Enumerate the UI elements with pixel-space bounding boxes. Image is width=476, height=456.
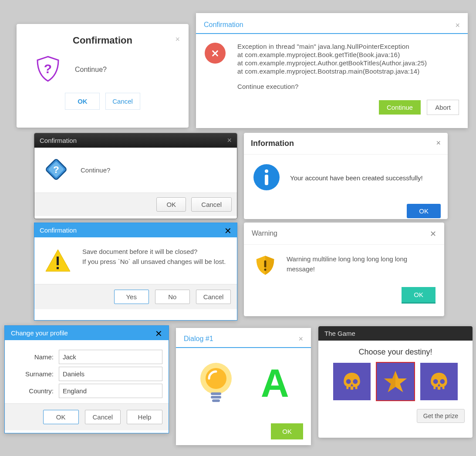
confirmation-dialog-save: Confirmation ✕ Save document before it w… <box>34 223 237 321</box>
cancel-button[interactable]: Cancel <box>85 410 121 424</box>
subtitle: Choose your destiny! <box>318 341 473 363</box>
error-x-icon <box>205 43 226 64</box>
shield-question-icon: ? <box>34 55 62 84</box>
warning-triangle-icon <box>44 247 72 276</box>
name-label: Name: <box>11 353 59 361</box>
svg-rect-16 <box>212 399 220 402</box>
message-line: If you press `No` all unsaved changes wi… <box>82 257 226 267</box>
svg-point-17 <box>346 379 351 384</box>
dialog-title: Confirmation <box>34 223 237 237</box>
cancel-button[interactable]: Cancel <box>196 290 231 304</box>
confirmation-dialog-shield: × Confirmation ? Continue? OK Cancel <box>17 24 189 128</box>
lightbulb-icon <box>198 361 234 406</box>
svg-text:?: ? <box>44 61 52 76</box>
warning-dialog: ✕ Warning Warning multiline long long lo… <box>244 223 444 316</box>
dialog-message: Continue? <box>75 66 107 74</box>
svg-rect-8 <box>57 257 59 265</box>
svg-marker-21 <box>384 371 395 392</box>
information-dialog: × Information Your account have been cre… <box>244 133 448 219</box>
diamond-question-icon: ? <box>44 157 68 183</box>
abort-button[interactable]: Abort <box>427 100 459 115</box>
svg-point-22 <box>433 379 438 384</box>
ok-button[interactable]: OK <box>43 410 79 424</box>
trace-line: at com.example.myproject.Author.getBookT… <box>237 59 427 67</box>
close-icon[interactable]: ✕ <box>430 229 436 239</box>
dialog-message: Save document before it will be closed? … <box>82 247 226 276</box>
svg-rect-9 <box>57 267 59 269</box>
ok-button[interactable]: OK <box>271 423 303 439</box>
profile-dialog: Change your profile ✕ Name: Surname: Cou… <box>4 325 169 433</box>
yes-button[interactable]: Yes <box>114 290 149 304</box>
close-icon[interactable]: ✕ <box>224 226 232 236</box>
ok-button[interactable]: OK <box>402 287 435 302</box>
prompt-text: Continue execution? <box>237 83 427 90</box>
ok-button[interactable]: OK <box>156 197 186 212</box>
cancel-button[interactable]: Cancel <box>191 197 232 212</box>
big-letter: A <box>261 361 289 406</box>
svg-rect-15 <box>211 396 221 399</box>
dialog-title: Confirmation <box>17 24 189 46</box>
skull-icon <box>341 371 363 392</box>
no-button[interactable]: No <box>155 290 190 304</box>
svg-rect-6 <box>265 175 268 185</box>
close-icon[interactable]: × <box>455 21 460 30</box>
dialog-title: Warning <box>244 223 444 245</box>
svg-point-5 <box>265 169 268 173</box>
surname-label: Surname: <box>11 370 59 378</box>
svg-rect-11 <box>264 269 267 271</box>
destiny-tile-skull[interactable] <box>420 363 458 400</box>
destiny-tile-skull[interactable] <box>333 363 371 400</box>
get-prize-button[interactable]: Get the prize <box>417 409 465 423</box>
shield-warning-icon <box>254 254 276 277</box>
dialog-title: Confirmation <box>196 13 468 34</box>
dialog-title: Dialog #1 <box>176 328 311 348</box>
surname-input[interactable] <box>59 367 162 381</box>
skull-icon <box>428 371 450 392</box>
svg-rect-10 <box>264 260 267 267</box>
dialog-message: Continue? <box>81 166 110 174</box>
svg-rect-14 <box>211 392 221 395</box>
svg-point-23 <box>440 379 445 384</box>
destiny-tile-star[interactable] <box>377 363 414 400</box>
dialog-title: Information <box>244 133 448 155</box>
dialog-title: Change your profile <box>5 326 169 340</box>
cancel-button[interactable]: Cancel <box>105 93 140 110</box>
svg-text:?: ? <box>53 164 59 175</box>
game-dialog: The Game Choose your destiny! <box>318 326 473 438</box>
dialog-message: Warning multiline long long long long lo… <box>287 254 434 277</box>
close-icon[interactable]: × <box>175 35 180 44</box>
trace-line: at com.example.myproject.Book.getTitle(B… <box>237 51 427 58</box>
close-icon[interactable]: × <box>227 136 232 145</box>
trace-line: Exception in thread "main" java.lang.Nul… <box>237 43 427 50</box>
trace-line: at com.example.myproject.Bootstrap.main(… <box>237 68 427 75</box>
star-icon <box>383 369 408 394</box>
ok-button[interactable]: OK <box>407 204 441 218</box>
ok-button[interactable]: OK <box>65 93 100 110</box>
message-line: Save document before it will be closed? <box>82 247 226 257</box>
confirmation-dialog-dark: Confirmation × ? Continue? OK Cancel <box>34 133 237 219</box>
help-button[interactable]: Help <box>127 410 162 424</box>
country-label: Country: <box>11 387 59 395</box>
close-icon[interactable]: × <box>436 138 441 148</box>
dialog-one: × Dialog #1 A OK <box>176 328 311 445</box>
svg-point-18 <box>353 379 358 384</box>
exception-text: Exception in thread "main" java.lang.Nul… <box>237 43 427 91</box>
dialog-message: Your account have been created successfu… <box>290 174 423 182</box>
country-input[interactable] <box>59 384 162 398</box>
confirmation-dialog-exception: × Confirmation Exception in thread "main… <box>196 13 468 128</box>
close-icon[interactable]: × <box>298 334 303 344</box>
close-icon[interactable]: ✕ <box>155 328 162 339</box>
dialog-title: The Game <box>318 326 473 341</box>
dialog-title: Confirmation <box>34 133 237 148</box>
name-input[interactable] <box>59 350 162 364</box>
continue-button[interactable]: Continue <box>379 100 421 115</box>
info-icon <box>253 163 280 193</box>
